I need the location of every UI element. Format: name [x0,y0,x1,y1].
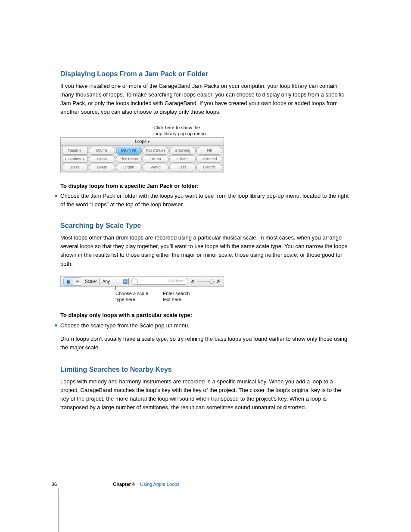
bullet-square-icon [55,324,57,327]
category-bass[interactable]: Bass [62,164,88,171]
favorites-button[interactable]: Favorites✦ [62,156,88,163]
para-drum-loops-note: Drum loops don’t usually have a scale ty… [60,335,351,352]
chapter-title: Using Apple Loops [140,481,180,488]
dropdown-arrows-icon: ▾ [148,140,149,144]
loop-browser-annotation: Click here to show the loop library pop-… [151,124,207,137]
search-input[interactable]: 582 items [131,278,188,285]
loop-browser-panel: Loops▾ Reset⊗ Drums Drum Kit Rock/Blues … [60,137,224,173]
category-rock-blues[interactable]: Rock/Blues [143,147,168,155]
para-nearby-keys: Loops with melody and harmony instrument… [60,377,351,412]
category-drums[interactable]: Drums [89,147,115,155]
speaker-high-icon: 🔊 [216,278,221,284]
category-piano[interactable]: Piano [89,156,115,163]
category-elec-piano[interactable]: Elec Piano [116,156,142,163]
para-scale-type: Most loops other than drum loops are rec… [60,233,351,268]
page-footer: 36 Chapter 4 Using Apple Loops [60,481,351,488]
search-items-count: 582 items [139,278,185,284]
category-world[interactable]: World [143,164,168,171]
page-number: 36 [52,481,57,488]
intro-scale-type: To display only loops with a particular … [60,311,351,320]
grid-view-icon[interactable]: ▦ [64,278,73,285]
category-organ[interactable]: Organ [116,164,142,171]
loop-browser-figure: Click here to show the loop library pop-… [60,124,224,173]
loop-browser-header[interactable]: Loops▾ [61,138,224,146]
bullet-scale-type-text: Choose the scale type from the Scale pop… [60,321,190,330]
svg-point-0 [135,280,137,282]
reset-button[interactable]: Reset⊗ [62,147,88,155]
intro-jam-pack: To display loops from a specific Jam Pac… [60,182,351,190]
speaker-low-icon: 🔈 [191,278,196,284]
bullet-jam-pack-text: Choose the Jam Pack or folder with the l… [60,192,351,208]
scale-toolbar: ▦ ☰ Scale: Any 582 items 🔈 🔊 [60,276,224,287]
category-electric[interactable]: Electric [196,164,222,171]
scale-select[interactable]: Any [100,278,129,285]
svg-line-1 [137,282,138,283]
category-drum-kit[interactable]: Drum Kit [116,147,142,155]
category-urban[interactable]: Urban [143,156,168,163]
column-view-icon[interactable]: ☰ [73,278,82,285]
volume-control[interactable]: 🔈 🔊 [191,278,221,284]
annotation-scale-select: Choose a scale type here. [115,288,154,303]
bullet-square-icon [55,195,57,197]
heading-displaying-loops: Displaying Loops From a Jam Pack or Fold… [60,69,351,79]
reset-x-icon: ⊗ [79,149,82,152]
scale-label: Scale: [85,278,97,285]
heading-scale-type: Searching by Scale Type [60,221,351,231]
category-beats[interactable]: Beats [89,164,115,171]
category-jazz[interactable]: Jazz [169,164,195,171]
loop-category-grid: Reset⊗ Drums Drum Kit Rock/Blues Groovin… [61,146,224,173]
annotation-line2: loop library pop-up menu. [153,131,207,136]
search-icon [134,279,139,283]
category-grooving[interactable]: Grooving [169,147,195,155]
view-mode-toggle[interactable]: ▦ ☰ [63,277,82,286]
volume-slider-thumb[interactable] [209,280,214,284]
chapter-label: Chapter 4 [113,481,135,488]
annotation-line1: Click here to show the [153,125,200,130]
bullet-jam-pack: Choose the Jam Pack or folder with the l… [60,192,351,208]
category-distorted[interactable]: Distorted [196,156,222,163]
category-clean[interactable]: Clean [169,156,195,163]
bullet-scale-type: Choose the scale type from the Scale pop… [60,321,351,330]
scale-toolbar-figure: ▦ ☰ Scale: Any 582 items 🔈 🔊 Choose a sc… [60,276,224,303]
margin-rule [58,488,59,514]
annotation-search-field: Enter search text here. [163,288,202,303]
volume-slider-track[interactable] [197,281,215,282]
para-displaying-loops: If you have installed one or more of the… [60,82,351,117]
category-fill[interactable]: Fill [196,147,222,155]
heading-nearby-keys: Limiting Searches to Nearby Keys [60,364,351,375]
loop-browser-header-label: Loops [135,139,146,144]
scale-annotations: Choose a scale type here. Enter search t… [60,288,224,303]
favorites-star-icon: ✦ [82,157,85,161]
